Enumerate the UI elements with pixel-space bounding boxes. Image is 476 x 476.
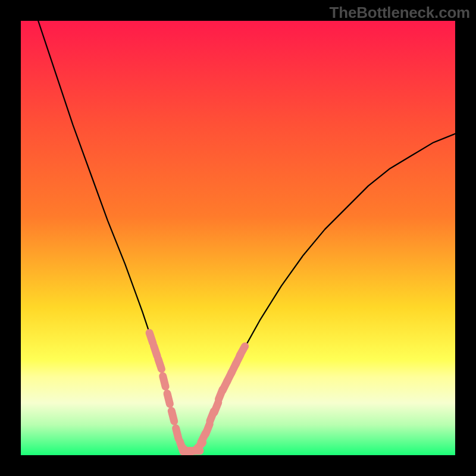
marker-dot (171, 411, 174, 421)
marker-dot (240, 346, 245, 356)
marker-dot (176, 428, 178, 439)
watermark-text: TheBottleneck.com (330, 4, 470, 22)
chart-background (21, 21, 455, 455)
outer-frame: TheBottleneck.com (0, 0, 476, 476)
marker-dot (206, 424, 210, 434)
marker-dot (167, 393, 170, 403)
marker-dot (158, 359, 162, 369)
marker-dot (149, 333, 153, 343)
chart-svg (21, 21, 455, 455)
marker-dot (214, 402, 218, 412)
chart-plot (21, 21, 455, 455)
marker-dot (163, 376, 165, 386)
marker-dot (154, 346, 157, 356)
